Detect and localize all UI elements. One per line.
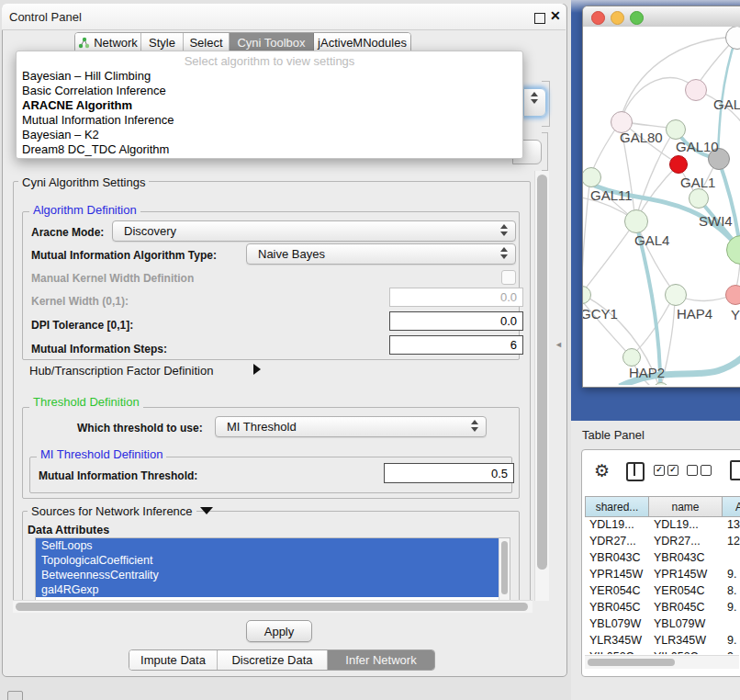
checked-checkbox-icon[interactable]: ✓ bbox=[667, 465, 678, 476]
node-label: GCY1 bbox=[583, 306, 618, 322]
mi-type-combobox[interactable]: Naive Bayes bbox=[246, 243, 516, 265]
hub-definition-label[interactable]: Hub/Transcription Factor Definition bbox=[29, 364, 213, 378]
group-title: Algorithm Definition bbox=[29, 203, 140, 217]
spinner-arrows-icon bbox=[471, 420, 479, 432]
node-label: GAL7 bbox=[713, 96, 740, 112]
column-header-name[interactable]: name bbox=[648, 496, 723, 517]
tab-style[interactable]: Style bbox=[141, 33, 184, 52]
node-label: GAL1 bbox=[680, 175, 715, 190]
dpi-tolerance-label: DPI Tolerance [0,1]: bbox=[31, 319, 133, 332]
tab-select[interactable]: Select bbox=[184, 33, 230, 52]
list-item[interactable]: BetweennessCentrality bbox=[36, 568, 510, 582]
inference-algorithm-combobox-fragment[interactable] bbox=[523, 88, 546, 117]
menu-item-basic-correlation[interactable]: Basic Correlation Inference bbox=[20, 84, 518, 98]
table-hscrollbar-thumb[interactable] bbox=[588, 659, 675, 666]
dpi-tolerance-field[interactable]: 0.0 bbox=[389, 311, 523, 331]
close-icon[interactable]: ✕ bbox=[550, 8, 561, 23]
list-item[interactable]: TopologicalCoefficient bbox=[36, 553, 510, 568]
network-canvas[interactable]: GAL7 GAL80 GAL10 GAL1 GAL11 SWI4 GAL4 GC… bbox=[583, 27, 740, 385]
spinner-arrows-icon bbox=[500, 224, 509, 236]
splitpane-resize-arrow-icon[interactable]: ◄ bbox=[555, 340, 563, 349]
unchecked-checkbox-icon[interactable] bbox=[701, 465, 712, 476]
aracne-mode-combobox[interactable]: Discovery bbox=[112, 220, 516, 242]
tab-label: Cyni Toolbox bbox=[237, 36, 305, 50]
table-rows: YDL19... YDL19... 13 YDR27... YDR27... 1… bbox=[585, 516, 740, 654]
menu-item-dream8[interactable]: Dream8 DC_TDC Algorithm bbox=[20, 142, 518, 157]
algorithm-dropdown-popup: Select algorithm to view settings Bayesi… bbox=[16, 51, 523, 159]
network-node-gal4[interactable] bbox=[624, 209, 648, 233]
menu-item-mutual-information[interactable]: Mutual Information Inference bbox=[20, 113, 518, 128]
table-hscrollbar[interactable] bbox=[585, 655, 739, 669]
menu-item-bayesian-k2[interactable]: Bayesian – K2 bbox=[20, 128, 518, 142]
tab-network[interactable]: Network bbox=[75, 33, 141, 52]
collapse-arrow-icon[interactable] bbox=[200, 507, 213, 514]
node-label: Y bbox=[731, 307, 740, 322]
column-header-partial[interactable]: A bbox=[722, 496, 740, 517]
network-node-hap4[interactable] bbox=[665, 284, 687, 306]
combobox-value: Discovery bbox=[124, 224, 176, 238]
list-item[interactable]: SelfLoops bbox=[36, 538, 510, 553]
control-panel-titlebar bbox=[2, 4, 566, 30]
combobox-value: MI Threshold bbox=[227, 420, 297, 434]
settings-hscrollbar[interactable] bbox=[13, 600, 533, 613]
split-columns-icon[interactable] bbox=[626, 462, 645, 481]
which-threshold-label: Which threshold to use: bbox=[77, 422, 203, 435]
list-vscrollbar[interactable] bbox=[499, 538, 510, 601]
minimized-panel-icon[interactable] bbox=[7, 691, 23, 700]
network-node-hap2[interactable] bbox=[622, 348, 641, 367]
settings-vscrollbar[interactable] bbox=[534, 171, 549, 601]
tab-label: Discretize Data bbox=[231, 653, 312, 667]
combobox-value: Naive Bayes bbox=[258, 247, 325, 261]
mi-type-label: Mutual Information Algorithm Type: bbox=[31, 249, 217, 262]
mi-threshold-field[interactable]: 0.5 bbox=[384, 463, 514, 483]
network-node[interactable] bbox=[685, 79, 707, 101]
menu-item-bayesian-hill-climbing[interactable]: Bayesian – Hill Climbing bbox=[20, 69, 518, 84]
node-label: GAL4 bbox=[634, 232, 669, 248]
list-item[interactable]: gal4RGexp bbox=[36, 582, 510, 597]
tab-infer-network[interactable]: Infer Network bbox=[328, 650, 434, 670]
window-minimize-button[interactable] bbox=[611, 11, 624, 25]
sources-title: Sources for Network Inference bbox=[31, 504, 193, 518]
app-screen: Control Panel ✕ Network Style Select Cyn… bbox=[0, 0, 740, 700]
node-label: GAL11 bbox=[590, 187, 633, 203]
network-icon bbox=[78, 37, 90, 49]
manual-kernel-label: Manual Kernel Width Definition bbox=[31, 272, 194, 285]
tab-cyni-toolbox[interactable]: Cyni Toolbox bbox=[230, 33, 314, 52]
tab-discretize-data[interactable]: Discretize Data bbox=[218, 650, 328, 670]
network-node-gal1[interactable] bbox=[689, 188, 709, 209]
network-node-pink[interactable] bbox=[725, 285, 740, 305]
document-icon[interactable] bbox=[730, 460, 740, 480]
tab-label: Select bbox=[189, 36, 222, 50]
node-label: HAP2 bbox=[629, 365, 665, 380]
window-close-button[interactable] bbox=[591, 11, 605, 25]
network-node-gal10[interactable] bbox=[666, 119, 686, 140]
tab-label: Impute Data bbox=[140, 653, 206, 667]
apply-button[interactable]: Apply bbox=[246, 620, 312, 642]
window-zoom-button[interactable] bbox=[630, 11, 644, 25]
gear-icon[interactable]: ⚙ bbox=[594, 460, 610, 481]
bottom-tabbar: Impute Data Discretize Data Infer Networ… bbox=[129, 649, 435, 671]
settings-hscrollbar-thumb[interactable] bbox=[16, 603, 528, 611]
network-window-titlebar[interactable] bbox=[583, 6, 740, 28]
tab-impute-data[interactable]: Impute Data bbox=[129, 650, 218, 670]
mi-steps-field[interactable]: 6 bbox=[389, 335, 523, 355]
tab-label: Style bbox=[149, 36, 175, 50]
tab-jactivemnodules[interactable]: jActiveMNodules bbox=[314, 33, 410, 52]
network-node-red[interactable] bbox=[669, 155, 688, 174]
menu-item-aracne[interactable]: ARACNE Algorithm bbox=[20, 98, 518, 113]
kernel-width-field[interactable]: 0.0 bbox=[389, 288, 523, 307]
settings-vscrollbar-thumb[interactable] bbox=[537, 175, 547, 570]
group-title: Cyni Algorithm Settings bbox=[18, 175, 149, 189]
node-label: GAL80 bbox=[620, 130, 663, 145]
unchecked-checkbox-icon[interactable] bbox=[687, 465, 698, 476]
expand-arrow-icon[interactable] bbox=[253, 364, 261, 375]
float-window-icon[interactable] bbox=[534, 13, 545, 24]
checked-checkbox-icon[interactable]: ✓ bbox=[654, 465, 665, 476]
column-header-shared-name[interactable]: shared... bbox=[585, 496, 649, 517]
list-vscrollbar-thumb[interactable] bbox=[501, 541, 508, 594]
which-threshold-combobox[interactable]: MI Threshold bbox=[215, 416, 487, 437]
hidden-groupbox-edge bbox=[542, 132, 548, 171]
manual-kernel-checkbox[interactable] bbox=[501, 270, 516, 285]
aracne-mode-label: Aracne Mode: bbox=[31, 226, 104, 239]
tab-label: jActiveMNodules bbox=[318, 36, 407, 50]
